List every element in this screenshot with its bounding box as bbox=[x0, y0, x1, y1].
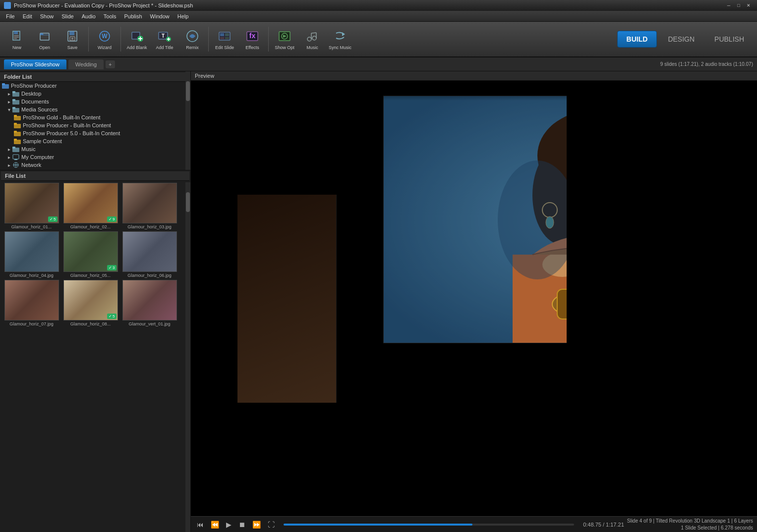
file-name-6: Glamour_horiz_06.jpg bbox=[127, 273, 172, 278]
close-button[interactable]: ✕ bbox=[744, 1, 753, 9]
preview-progress-fill bbox=[284, 524, 472, 526]
minimize-button[interactable]: ─ bbox=[724, 1, 733, 9]
folder-scrollbar[interactable] bbox=[185, 71, 190, 170]
menu-help[interactable]: Help bbox=[174, 12, 193, 20]
new-icon bbox=[9, 28, 25, 44]
file-item-2[interactable]: ✓9 Glamour_horiz_02... bbox=[62, 183, 119, 229]
add-blank-button[interactable]: Add Blank bbox=[124, 24, 150, 54]
sync-music-icon bbox=[332, 28, 348, 44]
music-label: Music bbox=[306, 45, 318, 50]
wizard-button[interactable]: W Wizard bbox=[92, 24, 117, 54]
add-title-icon: T bbox=[157, 28, 173, 44]
file-item-8[interactable]: ✓5 Glamour_horiz_08... bbox=[62, 280, 119, 326]
tab-wedding[interactable]: Wedding bbox=[68, 59, 104, 69]
folder-item-proshow-producer-builtin[interactable]: ProShow Producer - Built-In Content bbox=[0, 121, 190, 129]
sync-music-button[interactable]: Sync Music bbox=[327, 24, 353, 54]
open-button[interactable]: Open bbox=[32, 24, 58, 54]
file-thumb-8: ✓5 bbox=[63, 280, 118, 320]
menu-tools[interactable]: Tools bbox=[100, 12, 120, 20]
stop-button[interactable]: ⏹ bbox=[236, 520, 247, 530]
file-item-4[interactable]: Glamour_horiz_04.jpg bbox=[3, 231, 60, 278]
music-icon bbox=[304, 28, 320, 44]
folder-label: ProShow Producer 5.0 - Built-In Content bbox=[23, 130, 120, 136]
folder-label: Sample Content bbox=[23, 138, 62, 144]
step-back-button[interactable]: ⏪ bbox=[209, 520, 221, 530]
file-item-1[interactable]: ✓5 Glamour_horiz_01... bbox=[3, 183, 60, 229]
menu-show[interactable]: Show bbox=[36, 12, 58, 20]
file-item-5[interactable]: ✓3 Glamour_horiz_05... bbox=[62, 231, 119, 278]
folder-item-desktop[interactable]: ▸ Desktop bbox=[0, 90, 190, 98]
folder-item-proshow[interactable]: ProShow Producer bbox=[0, 82, 190, 90]
folder-item-documents[interactable]: ▸ Documents bbox=[0, 98, 190, 106]
file-scrollbar-thumb bbox=[186, 192, 190, 212]
play-to-start-button[interactable]: ⏮ bbox=[195, 520, 206, 530]
file-item-3[interactable]: Glamour_horiz_03.jpg bbox=[121, 183, 178, 229]
preview-progress-bar[interactable] bbox=[284, 524, 574, 526]
new-button[interactable]: New bbox=[4, 24, 30, 54]
folder-label: Network bbox=[21, 162, 41, 168]
svg-line-36 bbox=[311, 33, 316, 33]
save-button[interactable]: Save bbox=[59, 24, 85, 54]
svg-rect-45 bbox=[12, 107, 15, 109]
menu-slide[interactable]: Slide bbox=[58, 12, 77, 20]
svg-rect-39 bbox=[2, 83, 5, 85]
svg-rect-56 bbox=[13, 155, 19, 159]
folder-item-sample[interactable]: Sample Content bbox=[0, 137, 190, 145]
sync-music-label: Sync Music bbox=[329, 45, 351, 50]
build-button[interactable]: BUILD bbox=[617, 31, 657, 48]
folder-item-proshow-50[interactable]: ProShow Producer 5.0 - Built-In Content bbox=[0, 129, 190, 137]
tab-add-button[interactable]: + bbox=[106, 60, 115, 68]
menu-publish[interactable]: Publish bbox=[120, 12, 146, 20]
tab-proshow-slideshow[interactable]: ProShow Slideshow bbox=[4, 59, 66, 69]
music-button[interactable]: Music bbox=[299, 24, 325, 54]
svg-rect-7 bbox=[69, 31, 74, 35]
menu-edit[interactable]: Edit bbox=[19, 12, 36, 20]
folder-label: Media Sources bbox=[21, 106, 58, 112]
file-name-7: Glamour_horiz_07.jpg bbox=[9, 321, 54, 326]
svg-rect-51 bbox=[14, 131, 17, 133]
menu-file[interactable]: File bbox=[2, 12, 19, 20]
file-name-2: Glamour_horiz_02... bbox=[70, 224, 111, 229]
save-label: Save bbox=[67, 45, 78, 50]
file-scrollbar[interactable] bbox=[185, 182, 190, 532]
folder-item-media-sources[interactable]: ▾ Media Sources bbox=[0, 106, 190, 113]
file-item-7[interactable]: Glamour_horiz_07.jpg bbox=[3, 280, 60, 326]
menu-window[interactable]: Window bbox=[146, 12, 174, 20]
folder-item-network[interactable]: ▸ Network bbox=[0, 161, 190, 169]
play-button[interactable]: ▶ bbox=[224, 520, 233, 530]
file-thumb-1: ✓5 bbox=[4, 183, 59, 223]
play-fullscreen-button[interactable]: ⛶ bbox=[266, 520, 277, 530]
design-button[interactable]: DESIGN bbox=[659, 31, 703, 47]
title-bar: ProShow Producer - Evaluation Copy - Pro… bbox=[0, 0, 757, 11]
add-title-button[interactable]: T Add Title bbox=[152, 24, 177, 54]
menu-audio[interactable]: Audio bbox=[78, 12, 100, 20]
svg-rect-25 bbox=[220, 37, 224, 39]
folder-item-music[interactable]: ▸ Music bbox=[0, 145, 190, 153]
file-thumb-9 bbox=[122, 280, 177, 320]
folder-item-my-computer[interactable]: ▸ My Computer bbox=[0, 153, 190, 161]
folder-item-proshow-gold[interactable]: ProShow Gold - Built-In Content bbox=[0, 113, 190, 121]
remix-icon bbox=[184, 28, 200, 44]
file-thumb-4 bbox=[4, 231, 59, 272]
toolbar-separator-1 bbox=[88, 27, 89, 52]
main-content: Folder List ProShow Producer ▸ Desktop ▸… bbox=[0, 71, 757, 532]
preview-area: Preview bbox=[191, 71, 757, 532]
edit-slide-label: Edit Slide bbox=[215, 45, 234, 50]
file-badge-2: ✓9 bbox=[107, 216, 116, 222]
file-item-6[interactable]: Glamour_horiz_06.jpg bbox=[121, 231, 178, 278]
show-opt-button[interactable]: Show Opt bbox=[272, 24, 297, 54]
slide-count-info: 9 slides (1:17.21), 2 audio tracks (1:10… bbox=[660, 61, 753, 67]
file-item-9[interactable]: Glamour_vert_01.jpg bbox=[121, 280, 178, 326]
step-forward-button[interactable]: ⏩ bbox=[250, 520, 263, 530]
folder-label: Desktop bbox=[21, 91, 41, 97]
effects-icon: fx bbox=[244, 28, 260, 44]
effects-button[interactable]: fx Effects bbox=[239, 24, 265, 54]
remix-button[interactable]: Remix bbox=[179, 24, 205, 54]
svg-rect-41 bbox=[12, 91, 15, 93]
publish-button[interactable]: PUBLISH bbox=[705, 31, 753, 47]
edit-slide-button[interactable]: Edit Slide bbox=[212, 24, 237, 54]
file-name-5: Glamour_horiz_05... bbox=[70, 273, 111, 278]
maximize-button[interactable]: □ bbox=[734, 1, 743, 9]
file-badge-1: ✓5 bbox=[48, 216, 57, 222]
file-list-header: File List bbox=[1, 171, 189, 181]
